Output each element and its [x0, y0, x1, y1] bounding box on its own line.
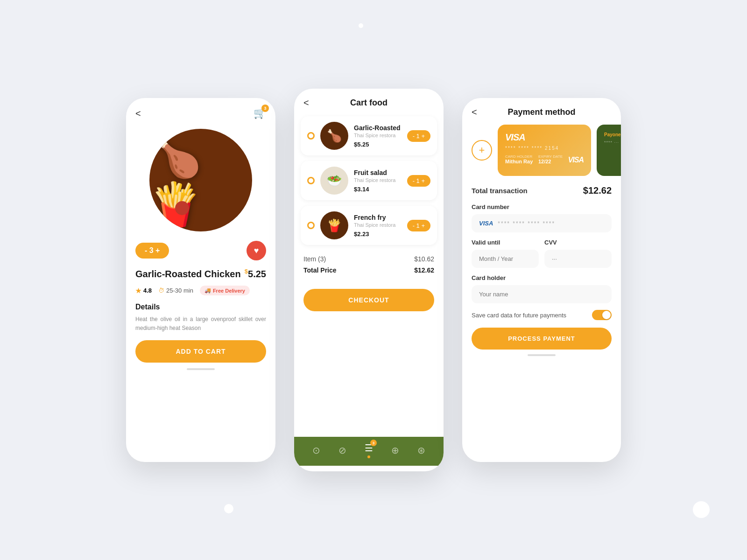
cart-item-price-3: $2.23: [354, 231, 402, 238]
cart-item: 🍗 Garlic-Roasted Thai Spice restora $5.2…: [301, 116, 437, 155]
cart-item-name-3: French fry: [354, 214, 402, 221]
total-price-label: Total Price: [303, 266, 337, 274]
product-detail-screen: < 🛒 3 🍗🍟 - 3 + ♥ Garlic-Roasted Chicken …: [126, 98, 275, 462]
total-section: Total transaction $12.62: [462, 185, 621, 203]
save-card-toggle[interactable]: [592, 310, 612, 320]
nav-orders-badge: 3: [370, 440, 377, 446]
bottom-navigation: ⊙ ⊘ ☰ 3 ⊕ ⊛: [294, 437, 444, 466]
add-to-cart-button[interactable]: ADD TO CART: [135, 340, 266, 363]
cart-item-info-2: Fruit salad Thai Spice restora $3.14: [354, 169, 402, 193]
add-card-button[interactable]: +: [472, 140, 492, 161]
cart-title: Cart food: [350, 98, 388, 108]
card-holder-name: Mithun Ray: [505, 159, 533, 164]
details-text: Heat the olive oil in a large ovenproof …: [135, 315, 266, 333]
nav-orders-icon[interactable]: ☰ 3: [365, 442, 373, 458]
card-footer: Card Holder Mithun Ray Expiry Date 12/22…: [505, 154, 584, 164]
card-holder-section: Card Holder Mithun Ray: [505, 154, 533, 164]
cart-item-name-2: Fruit salad: [354, 169, 402, 176]
cart-qty-button-3[interactable]: - 1 +: [407, 220, 430, 231]
item-radio-1[interactable]: [307, 132, 315, 140]
valid-until-input[interactable]: [472, 250, 539, 268]
time-value: 25-30 min: [166, 287, 193, 294]
cart-item-info-1: Garlic-Roasted Thai Spice restora $5.25: [354, 124, 402, 148]
cart-item-image-3: 🍟: [320, 211, 348, 239]
cart-item-restaurant-1: Thai Spice restora: [354, 133, 402, 138]
cart-header: < Cart food: [294, 89, 444, 112]
quantity-stepper[interactable]: - 3 +: [135, 243, 169, 259]
expiry-label: Expiry Date: [538, 154, 563, 159]
cart-item-price-2: $3.14: [354, 186, 402, 193]
visa-logo-bottom: VISA: [568, 156, 584, 164]
valid-until-group: Valid until: [472, 239, 539, 268]
delivery-label: Free Delivery: [213, 288, 245, 294]
bottom-swipe-indicator: [350, 469, 388, 471]
swipe-indicator: [528, 354, 556, 356]
valid-cvv-row: Valid until CVV: [472, 239, 612, 268]
payoneer-card[interactable]: Payonee **** ···: [597, 125, 621, 176]
item-count-row: Item (3) $10.62: [303, 255, 434, 263]
product-name: Garlic-Roasted Chicken: [135, 268, 241, 280]
total-transaction-label: Total transaction: [472, 187, 528, 195]
item-count-price: $10.62: [414, 255, 434, 263]
star-icon: ★: [135, 287, 141, 294]
nav-saved-icon[interactable]: ⊕: [391, 445, 399, 456]
checkout-button[interactable]: CHECKOUT: [303, 289, 434, 311]
details-title: Details: [135, 303, 266, 311]
total-price-row: Total Price $12.62: [303, 266, 434, 274]
payment-header: < Payment method: [462, 98, 621, 125]
rating-value: 4.8: [143, 287, 152, 294]
food-image-circle: 🍗🍟: [149, 129, 252, 231]
payoneer-logo: Payonee: [604, 132, 621, 137]
cart-icon-wrap: 🛒 3: [254, 107, 266, 119]
payment-back-button[interactable]: <: [472, 107, 477, 118]
nav-home-icon[interactable]: ⊙: [312, 445, 320, 456]
meta-row: ★ 4.8 ⏱ 25-30 min 🚚 Free Delivery: [126, 286, 275, 295]
rating-display: ★ 4.8: [135, 287, 152, 294]
payment-form: Card number VISA **** **** **** **** Val…: [462, 203, 621, 303]
card-number-field[interactable]: VISA **** **** **** ****: [472, 214, 612, 232]
food-sauce-decor: [175, 201, 189, 215]
payment-title: Payment method: [507, 107, 575, 117]
card-holder-form-label: Card holder: [472, 274, 612, 281]
cvv-input[interactable]: [544, 250, 612, 268]
price-dollar-sign: $: [245, 268, 248, 275]
details-section: Details Heat the olive oil in a large ov…: [126, 303, 275, 333]
nav-profile-icon[interactable]: ⊛: [417, 445, 425, 456]
cart-item-image-1: 🍗: [320, 122, 348, 150]
product-title-row: Garlic-Roasted Chicken $5.25: [126, 268, 275, 280]
cvv-label: CVV: [544, 239, 612, 246]
card-holder-label: Card Holder: [505, 154, 533, 159]
cart-qty-button-1[interactable]: - 1 +: [407, 130, 430, 142]
delivery-time: ⏱ 25-30 min: [158, 287, 193, 294]
visa-mini-logo: VISA: [479, 220, 493, 227]
valid-until-label: Valid until: [472, 239, 539, 246]
nav-search-icon[interactable]: ⊘: [338, 445, 346, 456]
cart-item: 🍟 French fry Thai Spice restora $2.23 - …: [301, 206, 437, 245]
payment-cards-row: + VISA **** **** **** 2154 Card Holder M…: [462, 125, 621, 185]
back-button[interactable]: <: [135, 108, 141, 119]
favorite-button[interactable]: ♥: [247, 241, 266, 260]
save-card-row: Save card data for future payments: [462, 310, 621, 328]
card-holder-input[interactable]: [472, 285, 612, 303]
cart-item-image-2: 🥗: [320, 167, 348, 195]
cart-item-name-1: Garlic-Roasted: [354, 124, 402, 132]
swipe-indicator: [187, 368, 215, 370]
total-price-value: $12.62: [414, 266, 434, 274]
item-radio-3[interactable]: [307, 222, 315, 229]
toggle-knob: [602, 311, 611, 319]
nav-active-dot: [367, 455, 370, 458]
payment-screen: < Payment method + VISA **** **** **** 2…: [462, 98, 621, 462]
screen1-header: < 🛒 3: [126, 98, 275, 124]
food-main-image: 🍗🍟: [149, 131, 252, 229]
expiry-value: 12/22: [538, 159, 563, 164]
product-price: $5.25: [245, 268, 266, 280]
cart-screen: < Cart food 🍗 Garlic-Roasted Thai Spice …: [294, 89, 444, 471]
visa-card[interactable]: VISA **** **** **** 2154 Card Holder Mit…: [498, 125, 591, 176]
free-delivery-badge: 🚚 Free Delivery: [200, 286, 250, 295]
cart-qty-button-2[interactable]: - 1 +: [407, 175, 430, 187]
card-number-stars: **** **** **** 2154: [505, 146, 584, 151]
item-radio-2[interactable]: [307, 177, 315, 184]
process-payment-button[interactable]: PROCESS PAYMENT: [472, 328, 612, 350]
quantity-row: - 3 + ♥: [126, 241, 275, 260]
cart-back-button[interactable]: <: [303, 98, 309, 108]
